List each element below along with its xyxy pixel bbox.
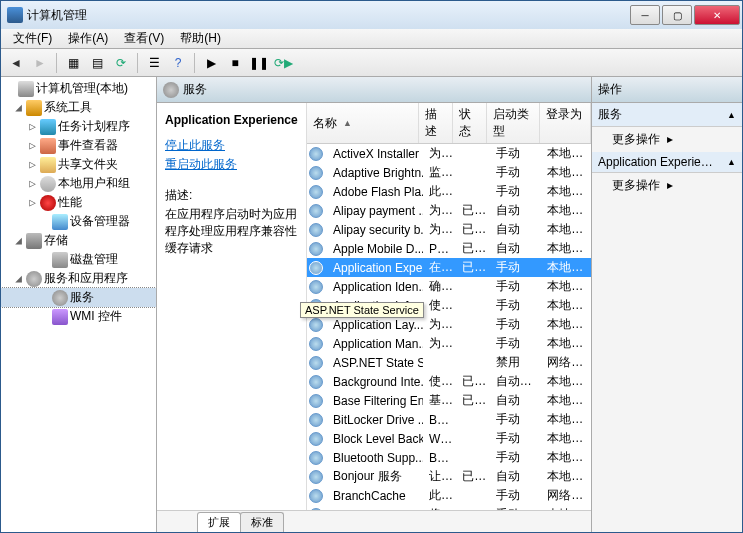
stop-button[interactable]: ■: [224, 52, 246, 74]
tree-wmi[interactable]: WMI 控件: [1, 307, 156, 326]
cell-name: Alipay payment ...: [327, 204, 423, 218]
service-icon: [309, 204, 323, 218]
cell-start: 手动: [490, 164, 541, 181]
tree-perf[interactable]: ▷性能: [1, 193, 156, 212]
service-row[interactable]: Background Inte...使用...已启动自动(延迟...本地系统: [307, 372, 591, 391]
service-row[interactable]: Bluetooth Supp...Blue...手动本地服务: [307, 448, 591, 467]
cell-start: 手动: [490, 487, 541, 504]
cell-logon: 本地系统: [541, 411, 591, 428]
toolbar: ◄ ► ▦ ▤ ⟳ ☰ ? ▶ ■ ❚❚ ⟳▶: [1, 49, 742, 77]
service-row[interactable]: Application Man...为通...手动本地系统: [307, 334, 591, 353]
service-row[interactable]: Adaptive Brightn...监视...手动本地服务: [307, 163, 591, 182]
col-start[interactable]: 启动类型: [487, 103, 540, 143]
service-icon: [309, 432, 323, 446]
restart-link[interactable]: 重启动此服务: [165, 156, 298, 173]
tree-pane[interactable]: 计算机管理(本地) ◢系统工具 ▷任务计划程序 ▷事件查看器 ▷共享文件夹 ▷本…: [1, 77, 157, 532]
maximize-button[interactable]: ▢: [662, 5, 692, 25]
cell-desc: 在应...: [423, 259, 456, 276]
cell-desc: 为支...: [423, 202, 456, 219]
service-row[interactable]: Block Level Back...Win...手动本地系统: [307, 429, 591, 448]
service-row[interactable]: BitLocker Drive ...BDE...手动本地系统: [307, 410, 591, 429]
service-icon: [309, 185, 323, 199]
menu-file[interactable]: 文件(F): [5, 28, 60, 49]
cell-name: Background Inte...: [327, 375, 423, 389]
cell-desc: Prov...: [423, 242, 456, 256]
tab-standard[interactable]: 标准: [240, 512, 284, 532]
tree-services[interactable]: 服务: [1, 288, 156, 307]
play-button[interactable]: ▶: [200, 52, 222, 74]
selected-service-name: Application Experience: [165, 113, 298, 127]
cell-logon: 本地系统: [541, 373, 591, 390]
actions-selected-section[interactable]: Application Experience▲: [592, 152, 742, 173]
tree-diskmgmt[interactable]: 磁盘管理: [1, 250, 156, 269]
cell-desc: Blue...: [423, 451, 456, 465]
menu-action[interactable]: 操作(A): [60, 28, 116, 49]
cell-status: 已启动: [456, 202, 489, 219]
tree-tasksched[interactable]: ▷任务计划程序: [1, 117, 156, 136]
cell-start: 自动: [490, 221, 541, 238]
service-row[interactable]: Alipay payment ...为支...已启动自动本地系统: [307, 201, 591, 220]
cell-start: 手动: [490, 183, 541, 200]
tree-svcapps[interactable]: ◢服务和应用程序: [1, 269, 156, 288]
tree-systools[interactable]: ◢系统工具: [1, 98, 156, 117]
cell-logon: 本地系统: [541, 335, 591, 352]
minimize-button[interactable]: ─: [630, 5, 660, 25]
back-button[interactable]: ◄: [5, 52, 27, 74]
actions-more-2[interactable]: 更多操作 ▸: [592, 173, 742, 198]
service-row[interactable]: ActiveX Installer (...为从...手动本地系统: [307, 144, 591, 163]
col-logon[interactable]: 登录为: [540, 103, 591, 143]
service-icon: [309, 470, 323, 484]
service-icon: [309, 223, 323, 237]
service-row[interactable]: Bonjour 服务让硬...已启动自动本地系统: [307, 467, 591, 486]
cell-logon: 本地服务: [541, 316, 591, 333]
tree-users[interactable]: ▷本地用户和组: [1, 174, 156, 193]
tree-shared[interactable]: ▷共享文件夹: [1, 155, 156, 174]
service-row[interactable]: Base Filtering En...基本...已启动自动本地服务: [307, 391, 591, 410]
cell-logon: 网络服务: [541, 354, 591, 371]
help-button[interactable]: ?: [167, 52, 189, 74]
tree-eventvwr[interactable]: ▷事件查看器: [1, 136, 156, 155]
cell-desc: 为支...: [423, 221, 456, 238]
service-row[interactable]: Adobe Flash Pla...此服...手动本地系统: [307, 182, 591, 201]
col-status[interactable]: 状态: [453, 103, 487, 143]
tree-devmgr[interactable]: 设备管理器: [1, 212, 156, 231]
tab-extended[interactable]: 扩展: [197, 512, 241, 532]
cell-desc: 确定...: [423, 278, 456, 295]
menu-help[interactable]: 帮助(H): [172, 28, 229, 49]
tree-storage[interactable]: ◢存储: [1, 231, 156, 250]
cell-name: Application Man...: [327, 337, 423, 351]
service-row[interactable]: BranchCache此服...手动网络服务: [307, 486, 591, 505]
desc-label: 描述:: [165, 187, 298, 204]
service-row[interactable]: Application Iden...确定...手动本地服务: [307, 277, 591, 296]
stop-link[interactable]: 停止此服务: [165, 137, 298, 154]
service-row[interactable]: Apple Mobile D...Prov...已启动自动本地系统: [307, 239, 591, 258]
col-desc[interactable]: 描述: [419, 103, 453, 143]
service-row[interactable]: Application Expe...在应...已启动手动本地系统: [307, 258, 591, 277]
cell-start: 手动: [490, 316, 541, 333]
restart-button[interactable]: ⟳▶: [272, 52, 294, 74]
pause-button[interactable]: ❚❚: [248, 52, 270, 74]
tree-root[interactable]: 计算机管理(本地): [1, 79, 156, 98]
actions-more-1[interactable]: 更多操作 ▸: [592, 127, 742, 152]
cell-desc: 此服...: [423, 487, 456, 504]
show-hide-button[interactable]: ▦: [62, 52, 84, 74]
properties-button[interactable]: ▤: [86, 52, 108, 74]
cell-logon: 本地系统: [541, 297, 591, 314]
forward-button[interactable]: ►: [29, 52, 51, 74]
service-row[interactable]: ASP.NET State Service禁用网络服务: [307, 353, 591, 372]
col-name[interactable]: 名称▲: [307, 103, 419, 143]
close-button[interactable]: ✕: [694, 5, 740, 25]
cell-start: 手动: [490, 449, 541, 466]
service-row[interactable]: Alipay security b...为支...已启动自动本地系统: [307, 220, 591, 239]
cell-logon: 本地系统: [541, 145, 591, 162]
cell-status: 已启动: [456, 468, 489, 485]
actions-services-section[interactable]: 服务▲: [592, 103, 742, 127]
export-button[interactable]: ☰: [143, 52, 165, 74]
cell-start: 自动: [490, 202, 541, 219]
cell-name: ASP.NET State Service: [327, 356, 423, 370]
menu-view[interactable]: 查看(V): [116, 28, 172, 49]
window-title: 计算机管理: [27, 7, 628, 24]
cell-desc: BDE...: [423, 413, 456, 427]
refresh-button[interactable]: ⟳: [110, 52, 132, 74]
service-icon: [309, 318, 323, 332]
